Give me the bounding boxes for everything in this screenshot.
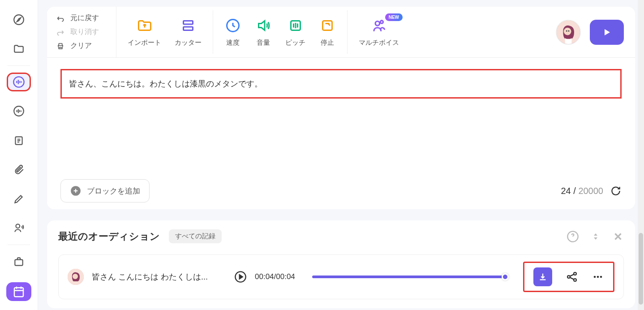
voice-wave-icon	[13, 76, 25, 88]
calendar-icon	[12, 285, 26, 298]
undo-label: 元に戻す	[70, 13, 99, 23]
volume-icon	[255, 17, 271, 34]
cutter-button[interactable]: カッター	[175, 17, 202, 47]
sidebar-document[interactable]	[8, 132, 30, 149]
toolbar-import-group: インポート カッター	[116, 10, 213, 54]
character-counter: 24 / 20000	[561, 185, 622, 197]
redo-icon	[56, 29, 65, 36]
volume-label: 音量	[257, 39, 270, 47]
svg-point-14	[380, 21, 383, 23]
clear-button[interactable]: クリア	[56, 41, 107, 51]
close-icon[interactable]	[612, 231, 624, 242]
play-icon	[601, 27, 612, 38]
char-count: 24	[561, 186, 571, 196]
redo-button[interactable]: 取り消す	[56, 27, 107, 37]
svg-point-5	[16, 224, 20, 228]
refresh-icon[interactable]	[610, 185, 622, 197]
svg-point-17	[566, 30, 567, 31]
svg-point-28	[597, 276, 599, 278]
multivoice-button[interactable]: NEW マルチボイス	[359, 17, 399, 47]
toolbar-multivoice-group: NEW マルチボイス	[348, 10, 410, 54]
sidebar-audio[interactable]	[8, 103, 30, 120]
sidebar-divider-2	[8, 245, 30, 245]
speed-button[interactable]: 速度	[224, 17, 241, 47]
add-block-button[interactable]: ブロックを追加	[60, 179, 150, 202]
pencil-icon	[13, 193, 25, 205]
import-label: インポート	[128, 39, 161, 47]
text-input-block[interactable]: 皆さん、こんにちは。わたくしは漆黒のメタンです。	[60, 69, 622, 99]
recent-item-actions	[523, 262, 614, 292]
person-voice-icon	[13, 222, 25, 234]
cutter-label: カッター	[175, 39, 202, 47]
import-folder-icon	[137, 17, 153, 34]
toolbar-edit-actions: 元に戻す 取り消す クリア	[47, 7, 116, 57]
recent-item-text: 皆さん こんにちは わたくしは...	[92, 271, 226, 282]
recent-audio-item: 皆さん こんにちは わたくしは... 00:04/00:04	[58, 254, 624, 299]
progress-thumb[interactable]	[502, 273, 509, 280]
svg-point-18	[568, 30, 570, 31]
audio-wave-icon	[13, 105, 25, 117]
svg-point-13	[375, 22, 380, 26]
editor-card: 元に戻す 取り消す クリア インポート	[47, 7, 635, 209]
text-editor-area: 皆さん、こんにちは。わたくしは漆黒のメタンです。	[47, 58, 635, 99]
stop-button[interactable]: 停止	[319, 17, 336, 47]
add-block-label: ブロックを追加	[87, 186, 140, 196]
scrollbar-thumb[interactable]	[639, 233, 643, 305]
recent-auditions-card: 最近のオーディション すべての記録 皆さん こんにちは わたくしは... 00:…	[47, 220, 635, 308]
play-small-icon[interactable]	[234, 271, 247, 283]
recent-header-actions	[567, 230, 624, 243]
editor-footer: ブロックを追加 24 / 20000	[47, 99, 635, 202]
sidebar-attachment[interactable]	[8, 161, 30, 178]
svg-rect-8	[184, 21, 193, 25]
volume-button[interactable]: 音量	[255, 17, 272, 47]
recent-title: 最近のオーディション	[58, 230, 160, 243]
download-button[interactable]	[533, 267, 552, 286]
audio-progress-bar[interactable]	[312, 276, 506, 278]
all-records-tag[interactable]: すべての記録	[169, 229, 222, 243]
undo-button[interactable]: 元に戻す	[56, 13, 107, 23]
pitch-label: ピッチ	[285, 39, 305, 47]
sidebar-calendar[interactable]	[6, 282, 31, 301]
sidebar-voice-active[interactable]	[8, 73, 30, 90]
voice-avatar[interactable]	[556, 20, 581, 45]
sidebar-edit[interactable]	[8, 191, 30, 207]
cutter-icon	[180, 17, 196, 34]
paperclip-icon	[13, 164, 25, 176]
stop-label: 停止	[321, 39, 334, 47]
multivoice-icon	[370, 17, 387, 34]
svg-marker-1	[17, 17, 21, 22]
import-button[interactable]: インポート	[128, 17, 161, 47]
stop-icon	[319, 17, 335, 34]
svg-rect-6	[15, 259, 22, 265]
sidebar-briefcase[interactable]	[8, 253, 30, 270]
more-icon[interactable]	[592, 271, 604, 283]
document-icon	[13, 135, 25, 146]
toolbar-audio-group: 速度 音量 ピッチ 停	[213, 10, 348, 54]
sidebar-voice2[interactable]	[8, 220, 30, 237]
sidebar-divider	[8, 65, 30, 66]
speed-label: 速度	[226, 39, 240, 47]
pitch-button[interactable]: ピッチ	[285, 17, 305, 47]
recent-item-avatar	[68, 269, 84, 285]
pitch-icon	[288, 17, 304, 34]
sidebar-explore[interactable]	[8, 11, 30, 28]
new-badge: NEW	[385, 13, 403, 21]
play-button[interactable]	[590, 20, 624, 45]
share-icon[interactable]	[566, 271, 578, 283]
main-content: 元に戻す 取り消す クリア インポート	[38, 0, 644, 310]
briefcase-icon	[13, 256, 25, 267]
svg-point-22	[73, 274, 78, 279]
clear-label: クリア	[70, 41, 92, 51]
help-icon[interactable]	[567, 230, 579, 243]
sidebar-folder[interactable]	[8, 40, 30, 57]
svg-rect-9	[184, 27, 193, 30]
plus-circle-icon	[70, 185, 82, 197]
redo-label: 取り消す	[70, 27, 99, 37]
toolbar-right-actions	[545, 13, 635, 52]
svg-rect-12	[323, 21, 332, 30]
multivoice-label: マルチボイス	[359, 39, 399, 47]
undo-icon	[56, 15, 65, 22]
sort-icon[interactable]	[590, 231, 601, 242]
scrollbar[interactable]	[638, 0, 644, 310]
sidebar	[0, 0, 38, 310]
